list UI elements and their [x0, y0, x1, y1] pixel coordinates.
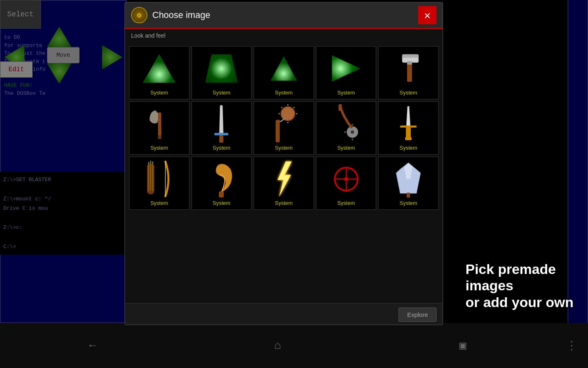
image-cell-bow[interactable]: System [129, 157, 189, 210]
svg-rect-1 [402, 54, 419, 58]
img-label-15: System [400, 200, 417, 206]
img-label-3: System [275, 90, 292, 96]
sword-icon [203, 105, 240, 142]
svg-line-16 [281, 107, 282, 108]
svg-rect-48 [407, 193, 410, 197]
svg-marker-6 [219, 105, 223, 134]
tri-right-icon [328, 50, 365, 87]
choose-image-modal: ⚙ Choose image ✕ Look and feel System [125, 2, 443, 325]
svg-rect-18 [276, 120, 280, 142]
crystal-icon [390, 161, 427, 197]
image-cell-tri-small[interactable]: System [254, 46, 314, 99]
svg-marker-34 [148, 162, 149, 164]
flail-icon [265, 105, 302, 142]
img-label-8: System [275, 145, 292, 151]
image-cell-dagger[interactable]: System [378, 101, 439, 155]
svg-rect-24 [339, 104, 342, 111]
svg-marker-7 [221, 105, 222, 105]
image-cell-crystal[interactable]: System [378, 157, 439, 210]
img-label-4: System [337, 90, 355, 96]
modal-icon: ⚙ [131, 7, 147, 23]
axe-icon [141, 105, 178, 142]
image-cell-lightning[interactable]: System [254, 157, 314, 210]
img-label-5: System [400, 90, 417, 96]
image-cell-tri-right[interactable]: System [316, 46, 376, 99]
image-cell-sword[interactable]: System [192, 101, 252, 155]
image-cell-hammer[interactable]: System [378, 46, 439, 99]
img-label-11: System [150, 200, 168, 206]
img-label-13: System [275, 200, 292, 206]
chain-icon [328, 105, 365, 142]
modal-close-button[interactable]: ✕ [418, 6, 437, 25]
image-cell-crosshair[interactable]: System [316, 157, 376, 210]
img-label-7: System [213, 145, 230, 151]
image-cell-tri-up-1[interactable]: System [129, 46, 189, 99]
svg-rect-26 [400, 126, 416, 128]
svg-marker-25 [406, 106, 410, 127]
svg-point-11 [281, 107, 294, 120]
dagger-icon [390, 105, 427, 142]
img-label-9: System [337, 145, 355, 151]
img-label-14: System [337, 200, 355, 206]
img-label-12: System [213, 200, 230, 206]
modal-title: Choose image [152, 10, 210, 20]
tri-up-icon-2 [203, 50, 240, 87]
bow-icon [141, 161, 178, 197]
img-label-1: System [150, 90, 168, 96]
svg-line-17 [294, 107, 294, 108]
explore-button[interactable]: Explore [399, 307, 437, 322]
svg-point-20 [351, 130, 354, 134]
hammer-icon [390, 50, 427, 87]
crosshair-icon [328, 161, 365, 197]
svg-marker-35 [150, 160, 151, 162]
tri-up-icon-1 [141, 50, 178, 87]
svg-marker-36 [152, 161, 154, 163]
img-label-6: System [150, 145, 168, 151]
lightning-icon [265, 161, 302, 197]
img-label-2: System [213, 90, 230, 96]
image-grid: System System System [129, 46, 439, 210]
pick-premade-text: Pick premade images or add your own [457, 253, 588, 319]
svg-rect-28 [405, 137, 412, 140]
svg-rect-9 [219, 135, 223, 143]
image-cell-sickle[interactable]: System [192, 157, 252, 210]
tri-small-icon [265, 50, 302, 87]
svg-marker-39 [278, 162, 292, 196]
modal-header: ⚙ Choose image ✕ [125, 2, 443, 29]
svg-rect-5 [158, 135, 161, 139]
modal-section-label: Look and feel [125, 29, 443, 42]
image-cell-flail[interactable]: System [254, 101, 314, 155]
modal-footer: Explore [125, 303, 443, 325]
image-cell-tri-up-2[interactable]: System [192, 46, 252, 99]
modal-overlay: ⚙ Choose image ✕ Look and feel System [0, 0, 588, 368]
modal-body: System System System [125, 42, 443, 303]
sickle-icon [203, 161, 240, 197]
svg-rect-27 [406, 128, 411, 138]
image-cell-axe[interactable]: System [129, 101, 189, 155]
img-label-10: System [400, 145, 417, 151]
svg-rect-37 [219, 191, 224, 197]
svg-rect-8 [214, 133, 228, 135]
image-cell-chain[interactable]: System [316, 101, 376, 155]
svg-rect-3 [407, 61, 412, 65]
